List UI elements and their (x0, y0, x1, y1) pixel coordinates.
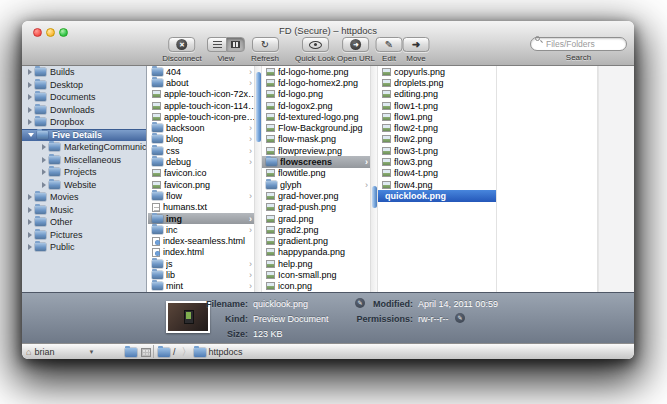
disclosure-closed-icon[interactable] (28, 119, 32, 125)
toolbar-button-edit[interactable]: ✎Edit (376, 37, 403, 63)
disclosure-closed-icon[interactable] (42, 169, 46, 175)
toolbar-button-view[interactable]: View (207, 37, 245, 63)
disclosure-closed-icon[interactable] (28, 232, 32, 238)
toolbar-button-quicklook[interactable]: Quick Look (295, 37, 335, 63)
disclosure-closed-icon[interactable] (42, 144, 46, 150)
file-row-mint[interactable]: mint› (148, 281, 261, 292)
sidebar-item-builds[interactable]: Builds (22, 66, 146, 79)
file-row-css[interactable]: css› (148, 145, 261, 156)
file-row-icon-small-png[interactable]: Icon-small.png (262, 269, 377, 280)
sidebar-item-desktop[interactable]: Desktop (22, 79, 146, 92)
file-row-grad-push-png[interactable]: grad-push.png (262, 202, 377, 213)
account-dropdown[interactable]: ⌂ brian ▼ (26, 344, 94, 359)
grid-view-button[interactable] (141, 344, 151, 359)
file-row-flow[interactable]: flow› (148, 190, 261, 201)
folder-view-button[interactable] (125, 344, 137, 359)
sidebar-item-five-details[interactable]: Five Details (22, 129, 146, 142)
sidebar-item-dropbox[interactable]: Dropbox (22, 116, 146, 129)
file-row-happypanda-png[interactable]: happypanda.png (262, 247, 377, 258)
file-row-index-html[interactable]: index.html (148, 247, 261, 258)
file-row-help-png[interactable]: help.png (262, 258, 377, 269)
disclosure-closed-icon[interactable] (28, 69, 32, 75)
list-view-segment[interactable] (207, 37, 226, 52)
file-row-apple-touch-icon-72x-[interactable]: apple-touch-icon-72x… (148, 89, 261, 100)
file-row-grad2-png[interactable]: grad2.png (262, 224, 377, 235)
file-row-glyph[interactable]: glyph› (262, 179, 377, 190)
toolbar-button-openurl[interactable]: ➜Open URL (337, 37, 375, 63)
file-row-fd-logox2-png[interactable]: fd-logox2.png (262, 100, 377, 111)
file-row-debug[interactable]: debug› (148, 156, 261, 167)
file-row-grad-hover-png[interactable]: grad-hover.png (262, 190, 377, 201)
disclosure-closed-icon[interactable] (28, 207, 32, 213)
file-row-js[interactable]: js› (148, 258, 261, 269)
breadcrumb-item-httpdocs[interactable]: httpdocs (194, 347, 243, 357)
file-row-img[interactable]: img› (148, 213, 261, 224)
toolbar-button-move[interactable]: ➜Move (403, 37, 430, 63)
edit-pencil-icon[interactable]: ✎ (455, 313, 465, 323)
file-row-copyurls-png[interactable]: copyurls.png (378, 66, 496, 77)
sidebar-item-marketingcommunications[interactable]: MarketingCommunications (22, 141, 146, 154)
file-row-about[interactable]: about› (148, 77, 261, 88)
disclosure-closed-icon[interactable] (28, 107, 32, 113)
toolbar-button-refresh[interactable]: ↻Refresh (251, 37, 279, 63)
file-row-flowscreens[interactable]: flowscreens› (262, 156, 377, 167)
sidebar-item-documents[interactable]: Documents (22, 91, 146, 104)
sidebar-item-pictures[interactable]: Pictures (22, 229, 146, 242)
sidebar-item-movies[interactable]: Movies (22, 191, 146, 204)
disclosure-closed-icon[interactable] (28, 219, 32, 225)
file-row-humans-txt[interactable]: humans.txt (148, 202, 261, 213)
file-row-favicon-png[interactable]: favicon.png (148, 179, 261, 190)
disclosure-closed-icon[interactable] (42, 182, 46, 188)
file-row-fd-logo-homex2-png[interactable]: fd-logo-homex2.png (262, 77, 377, 88)
file-row-favicon-ico[interactable]: favicon.ico (148, 168, 261, 179)
sidebar-item-music[interactable]: Music (22, 204, 146, 217)
disclosure-closed-icon[interactable] (28, 194, 32, 200)
sidebar-item-other[interactable]: Other (22, 216, 146, 229)
file-row-flow3-png[interactable]: flow3.png (378, 156, 496, 167)
file-row-apple-touch-icon-pre-[interactable]: apple-touch-icon-pre… (148, 111, 261, 122)
disclosure-closed-icon[interactable] (42, 157, 46, 163)
disclosure-closed-icon[interactable] (28, 82, 32, 88)
file-row-flowtitle-png[interactable]: flowtitle.png (262, 168, 377, 179)
file-row-fd-logo-home-png[interactable]: fd-logo-home.png (262, 66, 377, 77)
disclosure-closed-icon[interactable] (28, 94, 32, 100)
file-row-flow2-t-png[interactable]: flow2-t.png (378, 122, 496, 133)
file-row-404[interactable]: 404› (148, 66, 261, 77)
disclosure-closed-icon[interactable] (28, 244, 32, 250)
column-view-segment[interactable] (226, 37, 245, 52)
sidebar-item-downloads[interactable]: Downloads (22, 104, 146, 117)
vertical-scrollbar[interactable] (370, 66, 377, 292)
file-row-flow-mask-png[interactable]: flow-mask.png (262, 134, 377, 145)
file-row-gradient-png[interactable]: gradient.png (262, 235, 377, 246)
file-row-flow1-t-png[interactable]: flow1-t.png (378, 100, 496, 111)
file-row-backsoon[interactable]: backsoon› (148, 122, 261, 133)
file-row-fd-logo-png[interactable]: fd-logo.png (262, 89, 377, 100)
file-row-flow4-t-png[interactable]: flow4-t.png (378, 168, 496, 179)
file-row-flowpreview-png[interactable]: flowpreview.png (262, 145, 377, 156)
sidebar-item-miscellaneous[interactable]: Miscellaneous (22, 154, 146, 167)
breadcrumb-item--[interactable]: / (158, 347, 176, 357)
disclosure-open-icon[interactable] (28, 133, 34, 137)
sidebar-item-website[interactable]: Website (22, 179, 146, 192)
file-row-lib[interactable]: lib› (148, 269, 261, 280)
file-row-flow3-t-png[interactable]: flow3-t.png (378, 145, 496, 156)
file-row-fd-textured-logo-png[interactable]: fd-textured-logo.png (262, 111, 377, 122)
scrollbar-thumb[interactable] (256, 72, 261, 142)
toolbar-button-disconnect[interactable]: ✕Disconnect (162, 37, 202, 63)
file-row-flow-background-jpg[interactable]: Flow-Background.jpg (262, 122, 377, 133)
file-row-blog[interactable]: blog› (148, 134, 261, 145)
file-row-flow4-png[interactable]: flow4.png (378, 179, 496, 190)
file-row-editing-png[interactable]: editing.png (378, 89, 496, 100)
file-row-flow1-png[interactable]: flow1.png (378, 111, 496, 122)
sidebar-item-projects[interactable]: Projects (22, 166, 146, 179)
file-row-flow2-png[interactable]: flow2.png (378, 134, 496, 145)
file-row-index-seamless-html[interactable]: index-seamless.html (148, 235, 261, 246)
file-row-grad-png[interactable]: grad.png (262, 213, 377, 224)
search-input[interactable] (530, 37, 627, 51)
file-row-icon-png[interactable]: icon.png (262, 281, 377, 292)
sidebar-item-public[interactable]: Public (22, 241, 146, 254)
scrollbar-thumb[interactable] (372, 186, 377, 208)
vertical-scrollbar[interactable] (254, 66, 261, 292)
file-row-droplets-png[interactable]: droplets.png (378, 77, 496, 88)
file-row-inc[interactable]: inc› (148, 224, 261, 235)
